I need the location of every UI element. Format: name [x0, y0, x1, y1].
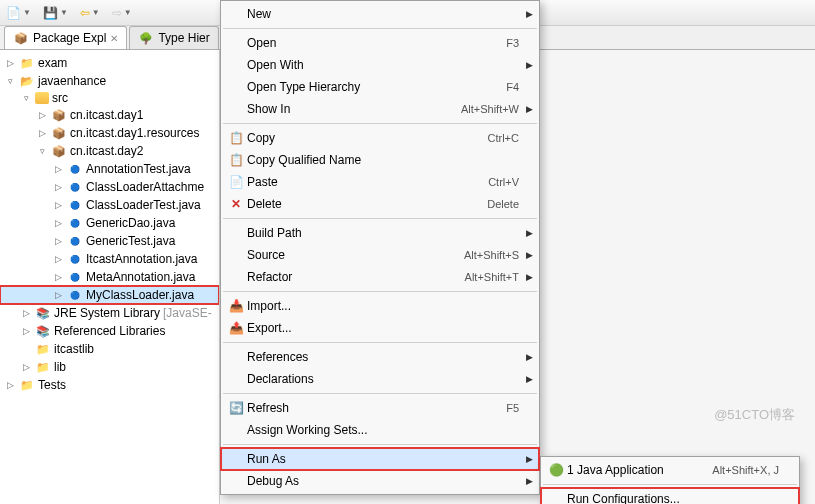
menu-references[interactable]: References▶ — [221, 346, 539, 368]
package-day1-resources[interactable]: ▷cn.itcast.day1.resources — [0, 124, 219, 142]
menu-refactor[interactable]: RefactorAlt+Shift+T▶ — [221, 266, 539, 288]
menu-open-with[interactable]: Open With▶ — [221, 54, 539, 76]
folder-lib[interactable]: ▷lib — [0, 358, 219, 376]
java-file[interactable]: ▷ItcastAnnotation.java — [0, 250, 219, 268]
import-icon: 📥 — [225, 299, 247, 313]
menu-separator — [223, 123, 537, 124]
collapse-icon[interactable]: ▿ — [36, 146, 48, 156]
expand-icon[interactable]: ▷ — [52, 290, 64, 300]
collapse-icon[interactable]: ▿ — [4, 76, 16, 86]
java-file[interactable]: ▷GenericTest.java — [0, 232, 219, 250]
menu-refresh[interactable]: 🔄RefreshF5 — [221, 397, 539, 419]
menu-delete[interactable]: ✕DeleteDelete — [221, 193, 539, 215]
menu-debug-as[interactable]: Debug As▶ — [221, 470, 539, 492]
menu-build-path[interactable]: Build Path▶ — [221, 222, 539, 244]
menu-open-type-hierarchy[interactable]: Open Type HierarchyF4 — [221, 76, 539, 98]
java-file[interactable]: ▷ClassLoaderAttachme — [0, 178, 219, 196]
menu-import[interactable]: 📥Import... — [221, 295, 539, 317]
java-file[interactable]: ▷GenericDao.java — [0, 214, 219, 232]
source-folder-icon — [35, 92, 49, 104]
folder-icon — [19, 377, 35, 393]
jre-library[interactable]: ▷JRE System Library [JavaSE- — [0, 304, 219, 322]
close-icon[interactable]: ✕ — [110, 33, 118, 44]
folder-open-icon — [19, 73, 35, 89]
menu-copy-qualified-name[interactable]: 📋Copy Qualified Name — [221, 149, 539, 171]
toolbar-forward-button[interactable]: ⇨▼ — [110, 4, 134, 22]
package-day1[interactable]: ▷cn.itcast.day1 — [0, 106, 219, 124]
java-file-selected[interactable]: ▷MyClassLoader.java — [0, 286, 219, 304]
expand-icon[interactable]: ▷ — [52, 272, 64, 282]
menu-copy[interactable]: 📋CopyCtrl+C — [221, 127, 539, 149]
src-folder[interactable]: ▿src — [0, 90, 219, 106]
java-file[interactable]: ▷AnnotationTest.java — [0, 160, 219, 178]
folder-icon — [35, 359, 51, 375]
expand-icon[interactable]: ▷ — [52, 200, 64, 210]
project-exam[interactable]: ▷exam — [0, 54, 219, 72]
tab-label: Type Hier — [158, 31, 209, 45]
java-file-icon — [67, 197, 83, 213]
submenu-arrow-icon: ▶ — [526, 352, 533, 362]
referenced-libraries[interactable]: ▷Referenced Libraries — [0, 322, 219, 340]
menu-separator — [223, 218, 537, 219]
java-file[interactable]: ▷ClassLoaderTest.java — [0, 196, 219, 214]
project-tests[interactable]: ▷Tests — [0, 376, 219, 394]
menu-separator — [223, 444, 537, 445]
toolbar-save-button[interactable]: 💾▼ — [41, 4, 70, 22]
submenu-arrow-icon: ▶ — [526, 60, 533, 70]
library-icon — [35, 305, 51, 321]
submenu-run-configurations[interactable]: Run Configurations... — [541, 488, 799, 504]
copy-icon: 📋 — [225, 153, 247, 167]
tab-type-hierarchy[interactable]: 🌳 Type Hier — [129, 26, 218, 49]
menu-show-in[interactable]: Show InAlt+Shift+W▶ — [221, 98, 539, 120]
menu-export[interactable]: 📤Export... — [221, 317, 539, 339]
tab-package-explorer[interactable]: 📦 Package Expl ✕ — [4, 26, 127, 49]
expand-icon[interactable]: ▷ — [52, 236, 64, 246]
menu-new[interactable]: New▶ — [221, 3, 539, 25]
export-icon: 📤 — [225, 321, 247, 335]
menu-separator — [223, 342, 537, 343]
tab-label: Package Expl — [33, 31, 106, 45]
project-javaenhance[interactable]: ▿javaenhance — [0, 72, 219, 90]
expand-icon[interactable]: ▷ — [36, 128, 48, 138]
package-icon — [51, 107, 67, 123]
expand-icon[interactable]: ▷ — [52, 164, 64, 174]
java-app-icon: 🟢 — [545, 463, 567, 477]
menu-assign-working-sets[interactable]: Assign Working Sets... — [221, 419, 539, 441]
folder-itcastlib[interactable]: ▷itcastlib — [0, 340, 219, 358]
paste-icon: 📄 — [225, 175, 247, 189]
expand-icon[interactable]: ▷ — [52, 218, 64, 228]
submenu-java-application[interactable]: 🟢1 Java ApplicationAlt+Shift+X, J — [541, 459, 799, 481]
java-file-icon — [67, 161, 83, 177]
expand-icon[interactable]: ▷ — [52, 182, 64, 192]
menu-separator — [543, 484, 797, 485]
toolbar-back-button[interactable]: ⇦▼ — [78, 4, 102, 22]
submenu-arrow-icon: ▶ — [526, 476, 533, 486]
java-file-icon — [67, 179, 83, 195]
menu-source[interactable]: SourceAlt+Shift+S▶ — [221, 244, 539, 266]
collapse-icon[interactable]: ▿ — [20, 93, 32, 103]
package-icon — [51, 143, 67, 159]
expand-icon[interactable]: ▷ — [36, 110, 48, 120]
submenu-arrow-icon: ▶ — [526, 374, 533, 384]
expand-icon[interactable]: ▷ — [20, 326, 32, 336]
menu-separator — [223, 291, 537, 292]
expand-icon[interactable]: ▷ — [52, 254, 64, 264]
expand-icon[interactable]: ▷ — [20, 308, 32, 318]
expand-icon[interactable]: ▷ — [4, 380, 16, 390]
java-file-icon — [67, 233, 83, 249]
menu-run-as[interactable]: Run As▶ — [221, 448, 539, 470]
context-menu: New▶ OpenF3 Open With▶ Open Type Hierarc… — [220, 0, 540, 495]
menu-open[interactable]: OpenF3 — [221, 32, 539, 54]
menu-declarations[interactable]: Declarations▶ — [221, 368, 539, 390]
package-day2[interactable]: ▿cn.itcast.day2 — [0, 142, 219, 160]
java-file[interactable]: ▷MetaAnnotation.java — [0, 268, 219, 286]
submenu-arrow-icon: ▶ — [526, 250, 533, 260]
menu-separator — [223, 393, 537, 394]
toolbar-new-button[interactable]: 📄▼ — [4, 4, 33, 22]
java-file-icon — [67, 269, 83, 285]
package-icon — [51, 125, 67, 141]
expand-icon[interactable]: ▷ — [20, 362, 32, 372]
menu-paste[interactable]: 📄PasteCtrl+V — [221, 171, 539, 193]
submenu-arrow-icon: ▶ — [526, 272, 533, 282]
expand-icon[interactable]: ▷ — [4, 58, 16, 68]
